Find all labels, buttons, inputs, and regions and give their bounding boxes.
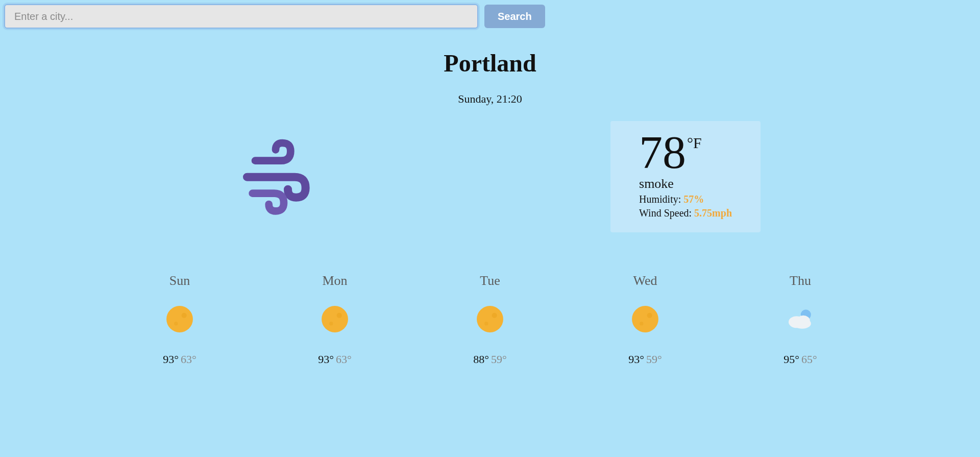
svg-point-9 <box>632 306 658 332</box>
svg-point-6 <box>477 306 503 332</box>
svg-point-0 <box>166 306 193 332</box>
svg-point-5 <box>329 322 333 325</box>
sun-icon <box>568 299 723 340</box>
forecast-hi: 95° <box>783 353 799 366</box>
forecast-day-name: Sun <box>102 273 257 288</box>
forecast-lo: 63° <box>336 353 352 366</box>
forecast-hi: 88° <box>473 353 489 366</box>
svg-point-4 <box>337 313 342 318</box>
forecast-lo: 59° <box>646 353 662 366</box>
city-search-input[interactable] <box>4 4 478 29</box>
svg-point-11 <box>640 322 643 325</box>
wind-speed-value: 5.75mph <box>694 207 732 219</box>
forecast-day-name: Mon <box>257 273 412 288</box>
humidity-row: Humidity: 57% <box>639 194 732 205</box>
wind-icon <box>235 135 316 219</box>
current-conditions-card: 78 °F smoke Humidity: 57% Wind Speed: 5.… <box>610 121 761 232</box>
forecast-day: Wed 93°59° <box>568 273 723 366</box>
forecast-lo: 59° <box>491 353 507 366</box>
current-temperature: 78 <box>639 132 686 172</box>
forecast-row: Sun 93°63° Mon 93°63° Tue 88°59° <box>97 273 883 376</box>
svg-point-2 <box>174 322 178 325</box>
current-datetime: Sunday, 21:20 <box>97 92 883 106</box>
forecast-day: Thu 95°65° <box>723 273 878 366</box>
sun-icon <box>257 299 412 340</box>
forecast-lo: 65° <box>801 353 817 366</box>
forecast-day: Tue 88°59° <box>412 273 568 366</box>
forecast-lo: 63° <box>181 353 197 366</box>
svg-point-3 <box>322 306 348 332</box>
forecast-hi: 93° <box>628 353 644 366</box>
wind-speed-label: Wind Speed: <box>639 207 694 219</box>
forecast-day-name: Wed <box>568 273 723 288</box>
cloud-partly-icon <box>723 299 878 340</box>
search-button[interactable]: Search <box>484 5 545 28</box>
humidity-value: 57% <box>683 194 704 205</box>
humidity-label: Humidity: <box>639 194 683 205</box>
weather-condition: smoke <box>639 176 732 191</box>
city-name: Portland <box>97 49 883 77</box>
forecast-hi: 93° <box>163 353 179 366</box>
svg-point-10 <box>647 313 652 318</box>
forecast-day-name: Thu <box>723 273 878 288</box>
sun-icon <box>412 299 568 340</box>
wind-row: Wind Speed: 5.75mph <box>639 207 732 219</box>
svg-point-8 <box>484 322 488 325</box>
forecast-day: Sun 93°63° <box>102 273 257 366</box>
sun-icon <box>102 299 257 340</box>
forecast-day: Mon 93°63° <box>257 273 412 366</box>
forecast-hi: 93° <box>318 353 334 366</box>
svg-point-1 <box>182 313 187 318</box>
forecast-day-name: Tue <box>412 273 568 288</box>
svg-point-7 <box>492 313 497 318</box>
svg-point-15 <box>793 319 811 329</box>
temperature-unit: °F <box>687 134 702 152</box>
